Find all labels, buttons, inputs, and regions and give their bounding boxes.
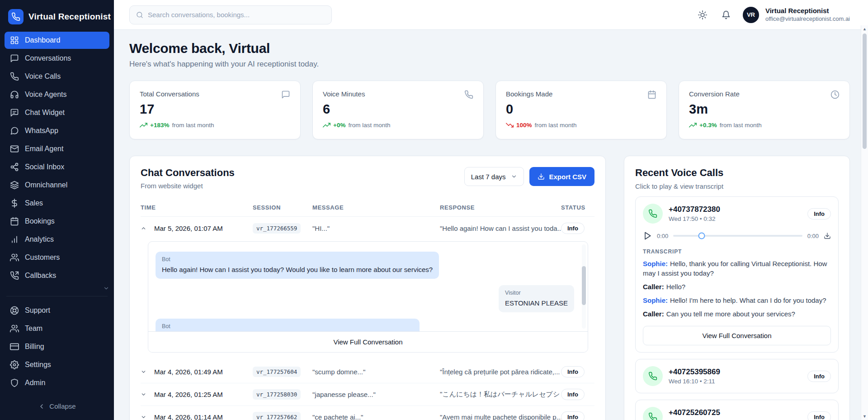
sidebar-item-callbacks[interactable]: Callbacks: [5, 267, 109, 284]
export-csv-label: Export CSV: [549, 173, 586, 181]
stat-value: 17: [140, 102, 290, 117]
row-response: "Înțeleg că prețurile pot părea ridicate…: [440, 368, 561, 376]
scrollbar-thumb[interactable]: [863, 33, 867, 149]
row-time: Mar 4, 2026, 01:25 AM: [154, 391, 253, 398]
slider-thumb[interactable]: [698, 233, 705, 239]
status-badge: Info: [807, 411, 831, 420]
chat-icon: [10, 54, 19, 63]
stat-delta-note: from last month: [535, 122, 577, 129]
trend-up-icon: [140, 121, 147, 129]
row-time: Mar 5, 2026, 01:07 AM: [154, 224, 253, 232]
sidebar-item-team[interactable]: Team: [5, 320, 109, 337]
sidebar-item-voice-agents[interactable]: Voice Agents: [5, 86, 109, 103]
theme-toggle-button[interactable]: [694, 6, 711, 24]
table-row[interactable]: Mar 4, 2026, 01:25 AM vr_177258030 "japa…: [141, 383, 594, 406]
sidebar-item-label: Dashboard: [25, 36, 60, 44]
table-row[interactable]: Mar 4, 2026, 01:49 AM vr_177257604 "scum…: [141, 361, 594, 383]
sidebar-item-social-inbox[interactable]: Social Inbox: [5, 158, 109, 176]
nav-scroll-indicator[interactable]: [5, 285, 109, 291]
app-logo: Virtual Receptionist: [5, 5, 109, 32]
sidebar-secondary-nav: Support Team Billing Settings Admin: [5, 302, 109, 392]
search-input[interactable]: [148, 11, 325, 19]
sidebar-item-voice-calls[interactable]: Voice Calls: [5, 68, 109, 85]
sidebar-item-label: Analytics: [25, 235, 54, 243]
scrollbar-down-arrow[interactable]: ▼: [861, 413, 868, 420]
conversation-messages[interactable]: Bot Hello again! How can I assist you to…: [148, 242, 588, 331]
main-content: Welcome back, Virtual Here's what's happ…: [114, 30, 868, 420]
search-box[interactable]: [129, 5, 332, 24]
sidebar-item-admin[interactable]: Admin: [5, 374, 109, 391]
page-scrollbar[interactable]: ▲ ▼: [861, 25, 868, 420]
row-message: "ce pachete ai...": [312, 413, 440, 420]
sidebar-item-bookings[interactable]: Bookings: [5, 213, 109, 230]
session-id: vr_177257604: [253, 367, 301, 377]
bar-chart-icon: [10, 235, 19, 244]
chevron-down-icon[interactable]: [141, 369, 154, 375]
stat-value: 3m: [689, 102, 840, 117]
export-csv-button[interactable]: Export CSV: [529, 167, 594, 186]
bot-message: Bot Hello again! How can I assist you to…: [156, 252, 439, 279]
sidebar: Virtual Receptionist Dashboard Conversat…: [0, 0, 114, 420]
player-total-time: 0:00: [807, 233, 819, 239]
stat-delta: +0.3%: [699, 122, 717, 129]
phone-call-icon: [643, 204, 663, 224]
sidebar-item-analytics[interactable]: Analytics: [5, 231, 109, 248]
seek-slider[interactable]: [673, 235, 802, 237]
sidebar-item-label: Omnichannel: [25, 181, 67, 189]
sidebar-item-chat-widget[interactable]: Chat Widget: [5, 104, 109, 121]
table-row[interactable]: Mar 4, 2026, 01:14 AM vr_177257662 "ce p…: [141, 406, 594, 420]
sidebar-item-omnichannel[interactable]: Omnichannel: [5, 177, 109, 194]
chevron-left-icon: [38, 403, 45, 410]
sidebar-item-customers[interactable]: Customers: [5, 249, 109, 266]
sidebar-item-billing[interactable]: Billing: [5, 338, 109, 355]
play-button[interactable]: [643, 231, 652, 240]
phone-icon: [464, 90, 473, 99]
user-email: office@virtualreceptionist.com.ai: [765, 15, 850, 23]
sidebar-item-email-agent[interactable]: Email Agent: [5, 140, 109, 158]
sidebar-item-label: Social Inbox: [25, 163, 64, 171]
session-id: vr_177266559: [253, 223, 301, 234]
voice-call-card[interactable]: +40725395869 Wed 16:10 • 2:11 Info: [635, 359, 839, 393]
chat-conversations-panel: Chat Conversations From website widget L…: [129, 156, 606, 420]
stat-label: Voice Minutes: [323, 90, 473, 98]
scrollbar-up-arrow[interactable]: ▲: [861, 25, 868, 33]
user-menu[interactable]: Virtual Receptionist office@virtualrecep…: [765, 7, 850, 23]
chevron-down-icon[interactable]: [141, 414, 154, 420]
stat-value: 0: [506, 102, 656, 117]
row-response: "こんにちは！私はバーチャルレセプショ...: [440, 390, 561, 399]
sidebar-item-sales[interactable]: Sales: [5, 195, 109, 212]
transcript-label: TRANSCRIPT: [643, 248, 831, 255]
sidebar-item-dashboard[interactable]: Dashboard: [5, 32, 109, 49]
view-full-conversation-button[interactable]: View Full Conversation: [643, 326, 831, 345]
sidebar-divider: [6, 296, 108, 296]
date-range-select[interactable]: Last 7 days: [464, 167, 524, 186]
call-meta: Wed 17:50 • 0:32: [669, 215, 720, 222]
stat-delta: +183%: [150, 122, 169, 129]
call-number: +40737872380: [669, 205, 720, 214]
messages-scrollbar[interactable]: [582, 244, 586, 329]
voice-call-card[interactable]: +40737872380 Wed 17:50 • 0:32 Info 0:00 …: [635, 196, 839, 353]
chat-panel-subtitle: From website widget: [141, 182, 235, 190]
sidebar-item-support[interactable]: Support: [5, 302, 109, 319]
collapse-button[interactable]: Collapse: [5, 396, 109, 416]
phone-icon: [10, 72, 19, 81]
sidebar-item-label: Email Agent: [25, 145, 63, 153]
view-full-conversation-link[interactable]: View Full Conversation: [148, 331, 588, 352]
sidebar-item-whatsapp[interactable]: WhatsApp: [5, 122, 109, 139]
download-icon[interactable]: [824, 232, 831, 239]
table-row[interactable]: Mar 5, 2026, 01:07 AM vr_177266559 "HI..…: [141, 217, 594, 239]
sidebar-item-label: Callbacks: [25, 272, 56, 280]
session-id: vr_177257662: [253, 412, 301, 420]
avatar[interactable]: VR: [743, 7, 759, 23]
chevron-up-icon[interactable]: [141, 225, 154, 231]
sidebar-item-settings[interactable]: Settings: [5, 356, 109, 373]
voice-call-card[interactable]: +40725260725 Tue 12:39 • 0:47 Info: [635, 400, 839, 420]
table-header: TIME SESSION MESSAGE RESPONSE STATUS: [141, 196, 594, 217]
expanded-conversation: Bot Hello again! How can I assist you to…: [148, 241, 588, 353]
scrollbar-thumb[interactable]: [582, 266, 586, 305]
notifications-button[interactable]: [717, 6, 735, 24]
layers-icon: [10, 181, 19, 190]
column-session: SESSION: [253, 204, 312, 211]
sidebar-item-conversations[interactable]: Conversations: [5, 50, 109, 67]
chevron-down-icon[interactable]: [141, 391, 154, 397]
